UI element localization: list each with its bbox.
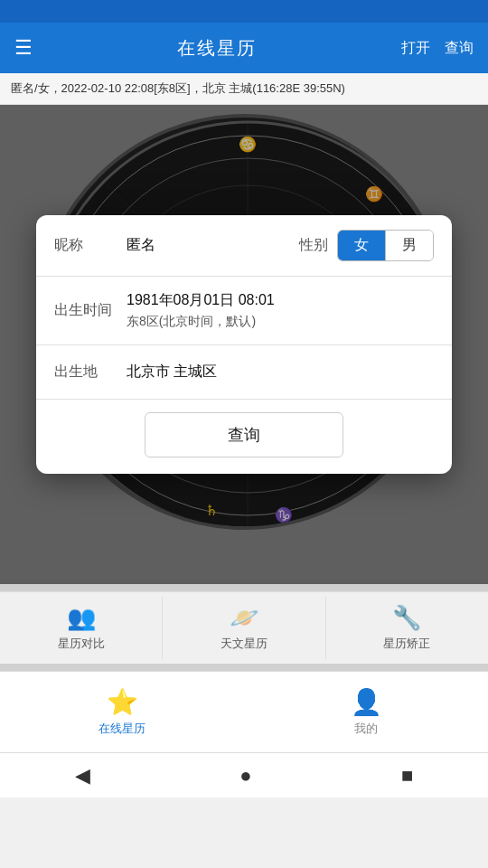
top-nav: ☰ 在线星历 打开 查询 xyxy=(0,23,488,73)
info-bar: 匿名/女，2022-02-10 22:08[东8区]，北京 主城(116:28E… xyxy=(0,73,488,105)
birthtime-line2: 东8区(北京时间，默认) xyxy=(127,314,434,330)
nickname-label: 昵称 xyxy=(54,236,127,255)
nav-title: 在线星历 xyxy=(177,36,257,61)
gender-label: 性别 xyxy=(299,236,328,255)
tab-correct-label: 星历矫正 xyxy=(383,636,430,652)
birthtime-value[interactable]: 1981年08月01日 08:01 东8区(北京时间，默认) xyxy=(127,291,434,330)
app-tab-online-label: 在线星历 xyxy=(99,721,145,737)
recents-button[interactable]: ■ xyxy=(383,757,431,795)
back-button[interactable]: ◀ xyxy=(57,757,108,795)
app-bottom-bar: ⭐ 在线星历 👤 我的 xyxy=(0,671,488,752)
query-nav-button[interactable]: 查询 xyxy=(445,39,474,58)
section-divider-2 xyxy=(0,664,488,671)
nickname-value[interactable]: 匿名 xyxy=(127,236,299,255)
dialog-query-button[interactable]: 查询 xyxy=(145,412,343,458)
birthplace-row: 出生地 北京市 主城区 xyxy=(36,345,452,400)
app-tab-mine-label: 我的 xyxy=(354,721,378,737)
section-divider xyxy=(0,584,488,591)
bottom-tabs: 👥 星历对比 🪐 天文星历 🔧 星历矫正 xyxy=(0,591,488,664)
app-tab-mine-icon: 👤 xyxy=(351,687,382,717)
tab-astro-icon: 🪐 xyxy=(230,604,258,632)
tab-astro-label: 天文星历 xyxy=(221,636,267,652)
tab-correct[interactable]: 🔧 星历矫正 xyxy=(326,597,488,659)
birthtime-row: 出生时间 1981年08月01日 08:01 东8区(北京时间，默认) xyxy=(36,277,452,345)
birthtime-line1: 1981年08月01日 08:01 xyxy=(127,291,434,310)
tab-astro[interactable]: 🪐 天文星历 xyxy=(163,597,325,659)
open-button[interactable]: 打开 xyxy=(401,39,430,58)
app-tab-mine[interactable]: 👤 我的 xyxy=(244,672,488,752)
app-tab-online-icon: ⭐ xyxy=(107,687,138,717)
status-bar xyxy=(0,0,488,23)
nickname-row: 昵称 匿名 性别 女 男 xyxy=(36,215,452,277)
tab-correct-icon: 🔧 xyxy=(392,604,421,632)
home-button[interactable]: ● xyxy=(221,757,269,795)
birthtime-label: 出生时间 xyxy=(54,301,127,320)
query-btn-row: 查询 xyxy=(36,400,452,474)
tab-compare-label: 星历对比 xyxy=(58,636,105,652)
chart-area: 10 9 11 8 MC ♋ ♊ ♈ ♉ ♍ ♈ ♄ ♑ ♄ ♄ xyxy=(0,105,488,584)
gender-buttons: 女 男 xyxy=(337,230,435,261)
gender-male-button[interactable]: 男 xyxy=(386,231,433,260)
menu-icon[interactable]: ☰ xyxy=(14,36,33,60)
birthplace-label: 出生地 xyxy=(54,363,127,382)
gender-female-button[interactable]: 女 xyxy=(338,231,385,260)
tab-compare[interactable]: 👥 星历对比 xyxy=(0,597,163,659)
app-tab-online[interactable]: ⭐ 在线星历 xyxy=(0,672,244,752)
dialog-overlay: 昵称 匿名 性别 女 男 出生时间 1981年08月01日 08:01 东8区(… xyxy=(0,105,488,584)
birthplace-value[interactable]: 北京市 主城区 xyxy=(127,363,434,382)
system-nav: ◀ ● ■ xyxy=(0,752,488,797)
dialog: 昵称 匿名 性别 女 男 出生时间 1981年08月01日 08:01 东8区(… xyxy=(36,215,452,474)
tab-compare-icon: 👥 xyxy=(67,604,96,632)
nav-right-buttons: 打开 查询 xyxy=(401,39,474,58)
